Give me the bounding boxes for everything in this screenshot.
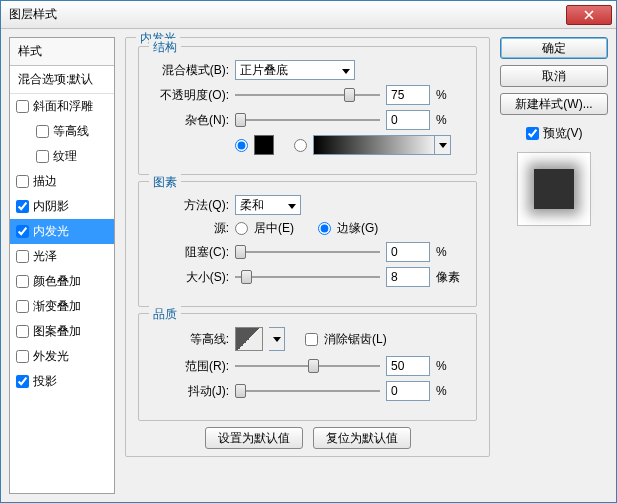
- style-checkbox[interactable]: [16, 300, 29, 313]
- set-default-button[interactable]: 设置为默认值: [205, 427, 303, 449]
- style-label: 颜色叠加: [33, 273, 81, 290]
- sidebar-item[interactable]: 颜色叠加: [10, 269, 114, 294]
- preview-swatch: [534, 169, 574, 209]
- sidebar-item[interactable]: 外发光: [10, 344, 114, 369]
- style-label: 光泽: [33, 248, 57, 265]
- style-checkbox[interactable]: [16, 175, 29, 188]
- gradient-picker[interactable]: [313, 135, 435, 155]
- sidebar-item[interactable]: 光泽: [10, 244, 114, 269]
- size-slider[interactable]: [235, 268, 380, 286]
- style-label: 图案叠加: [33, 323, 81, 340]
- size-label: 大小(S):: [151, 269, 229, 286]
- gradient-dropdown[interactable]: [435, 135, 451, 155]
- jitter-unit: %: [436, 384, 464, 398]
- dialog-window: 图层样式 样式 混合选项:默认 斜面和浮雕等高线纹理描边内阴影内发光光泽颜色叠加…: [0, 0, 617, 503]
- solid-color-radio[interactable]: [235, 139, 248, 152]
- range-unit: %: [436, 359, 464, 373]
- sidebar-item[interactable]: 内发光: [10, 219, 114, 244]
- antialias-label: 消除锯齿(L): [324, 331, 387, 348]
- style-checkbox[interactable]: [16, 250, 29, 263]
- noise-label: 杂色(N):: [151, 112, 229, 129]
- cancel-button[interactable]: 取消: [500, 65, 608, 87]
- style-checkbox[interactable]: [36, 150, 49, 163]
- opacity-slider[interactable]: [235, 86, 380, 104]
- style-label: 纹理: [53, 148, 77, 165]
- blend-mode-value: 正片叠底: [240, 62, 288, 79]
- choke-unit: %: [436, 245, 464, 259]
- ok-button[interactable]: 确定: [500, 37, 608, 59]
- style-checkbox[interactable]: [16, 225, 29, 238]
- opacity-label: 不透明度(O):: [151, 87, 229, 104]
- sidebar-item[interactable]: 内阴影: [10, 194, 114, 219]
- preview-label: 预览(V): [543, 125, 583, 142]
- style-checkbox[interactable]: [16, 200, 29, 213]
- close-button[interactable]: [566, 5, 612, 25]
- style-checkbox[interactable]: [16, 375, 29, 388]
- source-label: 源:: [151, 220, 229, 237]
- noise-unit: %: [436, 113, 464, 127]
- titlebar: 图层样式: [1, 1, 616, 29]
- contour-label: 等高线:: [151, 331, 229, 348]
- antialias-checkbox[interactable]: [305, 333, 318, 346]
- gradient-radio[interactable]: [294, 139, 307, 152]
- style-checkbox[interactable]: [16, 325, 29, 338]
- style-checkbox[interactable]: [16, 350, 29, 363]
- noise-slider[interactable]: [235, 111, 380, 129]
- main-panel: 内发光 结构 混合模式(B): 正片叠底 不透明度(O): 75: [125, 37, 490, 494]
- sidebar-item[interactable]: 斜面和浮雕: [10, 94, 114, 119]
- blend-mode-label: 混合模式(B):: [151, 62, 229, 79]
- color-swatch[interactable]: [254, 135, 274, 155]
- preview-checkbox[interactable]: [526, 127, 539, 140]
- style-label: 渐变叠加: [33, 298, 81, 315]
- jitter-label: 抖动(J):: [151, 383, 229, 400]
- style-label: 等高线: [53, 123, 89, 140]
- jitter-slider[interactable]: [235, 382, 380, 400]
- right-column: 确定 取消 新建样式(W)... 预览(V): [500, 37, 608, 494]
- opacity-input[interactable]: 75: [386, 85, 430, 105]
- sidebar-item[interactable]: 描边: [10, 169, 114, 194]
- opacity-unit: %: [436, 88, 464, 102]
- blend-mode-select[interactable]: 正片叠底: [235, 60, 355, 80]
- style-label: 描边: [33, 173, 57, 190]
- new-style-button[interactable]: 新建样式(W)...: [500, 93, 608, 115]
- source-edge-label: 边缘(G): [337, 220, 378, 237]
- quality-legend: 品质: [149, 306, 181, 323]
- range-label: 范围(R):: [151, 358, 229, 375]
- contour-picker[interactable]: [235, 327, 263, 351]
- method-value: 柔和: [240, 197, 264, 214]
- source-edge-radio[interactable]: [318, 222, 331, 235]
- sidebar-header: 样式: [10, 38, 114, 66]
- quality-group: 品质 等高线: 消除锯齿(L) 范围(R): 50 %: [138, 313, 477, 421]
- source-center-label: 居中(E): [254, 220, 294, 237]
- source-center-radio[interactable]: [235, 222, 248, 235]
- style-label: 投影: [33, 373, 57, 390]
- sidebar-item[interactable]: 渐变叠加: [10, 294, 114, 319]
- sidebar-item[interactable]: 等高线: [10, 119, 114, 144]
- choke-input[interactable]: 0: [386, 242, 430, 262]
- structure-legend: 结构: [149, 39, 181, 56]
- color-source-row: [235, 135, 451, 155]
- method-select[interactable]: 柔和: [235, 195, 301, 215]
- sidebar-item[interactable]: 投影: [10, 369, 114, 394]
- style-label: 外发光: [33, 348, 69, 365]
- sidebar-item[interactable]: 图案叠加: [10, 319, 114, 344]
- jitter-input[interactable]: 0: [386, 381, 430, 401]
- reset-default-button[interactable]: 复位为默认值: [313, 427, 411, 449]
- preview-box: [517, 152, 591, 226]
- range-slider[interactable]: [235, 357, 380, 375]
- choke-slider[interactable]: [235, 243, 380, 261]
- structure-group: 结构 混合模式(B): 正片叠底 不透明度(O): 75 %: [138, 46, 477, 175]
- sidebar-item[interactable]: 纹理: [10, 144, 114, 169]
- inner-glow-panel: 内发光 结构 混合模式(B): 正片叠底 不透明度(O): 75: [125, 37, 490, 457]
- style-checkbox[interactable]: [16, 100, 29, 113]
- contour-dropdown[interactable]: [269, 327, 285, 351]
- size-unit: 像素: [436, 269, 464, 286]
- noise-input[interactable]: 0: [386, 110, 430, 130]
- style-checkbox[interactable]: [36, 125, 49, 138]
- size-input[interactable]: 8: [386, 267, 430, 287]
- elements-group: 图素 方法(Q): 柔和 源: 居中(E): [138, 181, 477, 307]
- style-checkbox[interactable]: [16, 275, 29, 288]
- style-label: 内阴影: [33, 198, 69, 215]
- sidebar-blend-options[interactable]: 混合选项:默认: [10, 66, 114, 94]
- range-input[interactable]: 50: [386, 356, 430, 376]
